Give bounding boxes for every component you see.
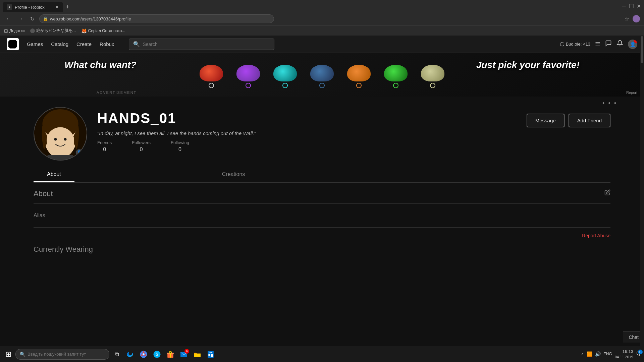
time-display: 16:13 xyxy=(615,349,633,355)
following-stat[interactable]: Following 0 xyxy=(171,140,189,153)
taskbar: ⊞ 🔍 ⧉ S xyxy=(0,346,644,362)
nav-bar: ← → ↻ 🔒 web.roblox.com/users/1307033446/… xyxy=(0,12,644,25)
ad-radio-4[interactable] xyxy=(319,83,325,88)
taskbar-search[interactable]: 🔍 xyxy=(15,349,109,360)
nav-robux[interactable]: Robux xyxy=(100,41,114,47)
ad-report-link[interactable]: Report xyxy=(626,90,637,95)
ad-text-right-area: Just pick your favorite! xyxy=(476,60,580,70)
tab-about[interactable]: About xyxy=(34,167,74,182)
ad-text-left-area: What chu want? xyxy=(64,60,137,70)
browser-tab[interactable]: ✦ Profile - Roblox ✕ xyxy=(3,2,63,12)
bookmark-favicon-1 xyxy=(30,28,35,33)
skype-taskbar[interactable]: S xyxy=(151,348,163,360)
edge-browser-taskbar[interactable] xyxy=(124,348,136,360)
followers-stat[interactable]: Followers 0 xyxy=(132,140,151,153)
date-display: 04.11.2019 xyxy=(615,355,633,360)
svg-text:S: S xyxy=(156,352,158,356)
forward-button[interactable]: → xyxy=(16,14,25,23)
ad-radio-5[interactable] xyxy=(356,83,362,88)
nav-games[interactable]: Games xyxy=(27,41,43,47)
username-display: HANDS_01 xyxy=(97,110,517,126)
profile-tabs: About Creations xyxy=(34,167,610,183)
bookmarks-bar: ⊞ Додатки 絶からピンチな肌を... 🦊 Серіал Остановк… xyxy=(0,25,644,36)
ad-item-7[interactable] xyxy=(421,65,444,88)
bookmark-apps[interactable]: ⊞ Додатки xyxy=(4,28,25,34)
ad-radio-6[interactable] xyxy=(393,83,398,88)
address-bar[interactable]: 🔒 web.roblox.com/users/1307033446/profil… xyxy=(39,14,274,23)
browser-avatar[interactable] xyxy=(633,15,640,22)
mail-taskbar[interactable]: 6 xyxy=(178,348,190,360)
explorer-taskbar[interactable] xyxy=(191,348,203,360)
hamburger-icon[interactable]: ☰ xyxy=(595,41,600,48)
tab-creations[interactable]: Creations xyxy=(209,167,258,182)
ad-item-1[interactable] xyxy=(200,65,223,88)
friends-stat[interactable]: Friends 0 xyxy=(97,140,112,153)
language-indicator[interactable]: ENG xyxy=(603,352,612,356)
lock-icon: 🔒 xyxy=(43,16,48,21)
nav-create[interactable]: Create xyxy=(76,41,92,47)
edit-icon[interactable] xyxy=(604,189,610,197)
back-button[interactable]: ← xyxy=(4,14,13,23)
bookmark-japanese[interactable]: 絶からピンチな肌を... xyxy=(30,28,76,34)
url-text: web.roblox.com/users/1307033446/profile xyxy=(50,16,131,21)
taskbar-search-input[interactable] xyxy=(28,352,101,357)
chat-nav-icon[interactable] xyxy=(605,40,612,48)
scrollbar[interactable] xyxy=(640,97,644,346)
roblox-navbar: Games Catalog Create Robux 🔍 ⬡ Bud.ole: … xyxy=(0,36,644,53)
bookmark-japanese-label: 絶からピンチな肌を... xyxy=(36,28,76,34)
ad-radio-3[interactable] xyxy=(282,83,288,88)
ad-item-4[interactable] xyxy=(310,65,334,88)
ad-item-2[interactable] xyxy=(236,65,260,88)
ad-radio-7[interactable] xyxy=(430,83,435,88)
clock-widget[interactable]: 16:13 04.11.2019 xyxy=(615,349,633,360)
close-window-button[interactable]: ✕ xyxy=(636,3,641,9)
ad-item-5[interactable] xyxy=(347,65,371,88)
ad-radio-2[interactable] xyxy=(246,83,251,88)
tray-expand-icon[interactable]: ∧ xyxy=(581,352,584,356)
bell-icon[interactable] xyxy=(616,40,623,48)
bookmark-favicon-2: 🦊 xyxy=(81,28,87,34)
new-tab-button[interactable]: + xyxy=(63,4,72,11)
network-icon[interactable]: 📶 xyxy=(587,351,592,357)
message-button[interactable]: Message xyxy=(527,114,565,127)
gift-taskbar[interactable] xyxy=(164,348,176,360)
add-friend-button[interactable]: Add Friend xyxy=(569,114,610,127)
task-view-button[interactable]: ⧉ xyxy=(111,348,123,360)
robux-badge[interactable]: ⬡ Bud.ole: <13 xyxy=(560,41,590,47)
notification-center-icon[interactable]: 🗨 11 xyxy=(636,351,641,357)
bookmark-serial[interactable]: 🦊 Серіал Остановка... xyxy=(81,28,125,34)
restore-button[interactable]: ❐ xyxy=(629,3,634,9)
search-input[interactable] xyxy=(143,42,270,47)
refresh-button[interactable]: ↻ xyxy=(28,14,37,23)
report-abuse-link[interactable]: Report Abuse xyxy=(34,233,610,238)
options-dots-icon[interactable]: • • • xyxy=(602,100,617,107)
roblox-nav-right: ⬡ Bud.ole: <13 ☰ 👤 1 xyxy=(560,40,637,49)
about-section-title: About xyxy=(34,189,610,198)
nav-catalog[interactable]: Catalog xyxy=(51,41,68,47)
ad-item-3[interactable] xyxy=(273,65,297,88)
profile-header: 👤 HANDS_01 "In day, at night, I see them… xyxy=(0,107,644,161)
minimize-button[interactable]: ─ xyxy=(621,3,627,9)
svg-point-5 xyxy=(64,138,67,141)
ad-radio-1[interactable] xyxy=(209,83,214,88)
chrome-taskbar[interactable] xyxy=(138,348,150,360)
tab-title: Profile - Roblox xyxy=(15,5,45,10)
search-bar[interactable]: 🔍 xyxy=(129,39,274,50)
roblox-user-avatar[interactable]: 👤 1 xyxy=(628,40,637,49)
volume-icon[interactable]: 🔊 xyxy=(595,351,601,357)
user-avatar-frame: 👤 xyxy=(34,107,87,161)
star-icon[interactable]: ☆ xyxy=(625,16,629,22)
options-area: • • • xyxy=(0,97,644,107)
currently-wearing-title: Currently Wearing xyxy=(34,245,610,254)
ad-headline-left: What chu want? xyxy=(64,60,137,70)
taskbar-right: ∧ 📶 🔊 ENG 16:13 04.11.2019 🗨 11 xyxy=(581,349,641,360)
ad-item-6[interactable] xyxy=(384,65,408,88)
roblox-logo[interactable] xyxy=(7,38,19,50)
start-button[interactable]: ⊞ xyxy=(3,349,14,360)
tab-close-button[interactable]: ✕ xyxy=(55,4,59,10)
following-label: Following xyxy=(171,140,189,145)
followers-label: Followers xyxy=(132,140,151,145)
store-taskbar[interactable] xyxy=(205,348,217,360)
tab-favicon: ✦ xyxy=(7,4,12,10)
title-bar: ✦ Profile - Roblox ✕ + ─ ❐ ✕ xyxy=(0,0,644,12)
